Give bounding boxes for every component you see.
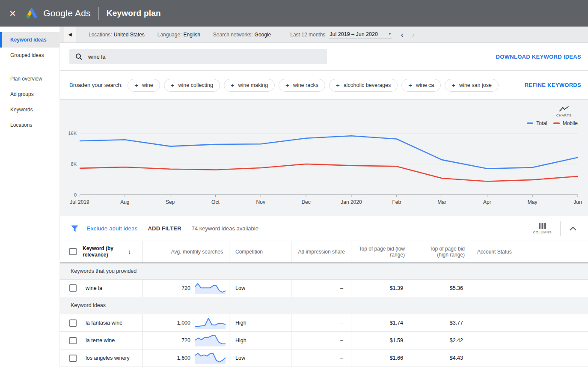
competition-value: High (229, 314, 291, 331)
charts-button-label: CHARTS (556, 113, 572, 117)
header-top-bid-low[interactable]: Top of page bid (low range) (351, 241, 411, 263)
legend-label: Total (536, 120, 547, 126)
legend-item-mobile[interactable]: Mobile (553, 120, 578, 126)
refine-keywords-link[interactable]: REFINE KEYWORDS (525, 82, 581, 88)
topbar-divider (98, 7, 99, 20)
date-range-select[interactable]: Jul 2019 – Jun 2020 ▼ (329, 30, 392, 39)
plus-icon: + (231, 81, 235, 89)
row-checkbox[interactable] (69, 319, 77, 327)
next-period-button[interactable]: › (412, 31, 415, 39)
sidebar-item-ad-groups[interactable]: Ad groups (0, 87, 59, 102)
header-account-status[interactable]: Account Status (471, 241, 588, 263)
chart-y-tick-label: 0 (74, 192, 77, 197)
chip-wine-making[interactable]: +wine making (224, 79, 275, 92)
sidebar-item-locations[interactable]: Locations (0, 117, 59, 133)
legend-dash-icon (527, 122, 533, 124)
header-keyword[interactable]: Keyword (by relevance) (83, 245, 122, 258)
legend-dash-icon (553, 122, 560, 124)
setting-search-networks[interactable]: Search networks: Google (213, 32, 271, 38)
chart-x-tick-label: Apr (483, 199, 491, 205)
chip-wine-collecting[interactable]: +wine collecting (164, 79, 220, 92)
account-status-value (471, 349, 588, 367)
sparkline-chart (195, 352, 226, 364)
row-checkbox[interactable] (69, 355, 77, 362)
chip-label: alcoholic beverages (344, 82, 391, 88)
plus-icon: + (285, 81, 289, 89)
plus-icon: + (171, 81, 175, 89)
sort-descending-icon[interactable]: ↓ (128, 248, 131, 255)
header-top-bid-high[interactable]: Top of page bid (high range) (411, 241, 471, 263)
download-keyword-ideas-link[interactable]: DOWNLOAD KEYWORD IDEAS (496, 54, 581, 60)
sidebar-item-keyword-ideas[interactable]: Keyword ideas (0, 32, 59, 48)
main-content: ◀ Locations: United States Language: Eng… (60, 27, 588, 367)
top-bid-low-value: $1.59 (351, 332, 411, 349)
top-bid-high-value: $3.77 (411, 314, 471, 331)
chart-zigzag-icon (559, 106, 569, 112)
chart-x-tick-label: Jun (573, 199, 582, 205)
sidebar-item-plan-overview[interactable]: Plan overview (0, 71, 59, 87)
keyword-searchbox[interactable] (69, 49, 327, 64)
avg-searches-value: 720 (181, 337, 190, 343)
chip-wine-san-jose[interactable]: +wine san jose (445, 79, 499, 92)
keyword-table-header: Keyword (by relevance) ↓ Avg. monthly se… (60, 241, 588, 263)
language-label: Language: (157, 32, 182, 38)
setting-locations[interactable]: Locations: United States (89, 32, 145, 38)
setting-language[interactable]: Language: English (157, 32, 200, 38)
close-icon[interactable]: × (9, 8, 16, 19)
keyword-text: los angeles winery (86, 355, 130, 361)
chip-wine-racks[interactable]: +wine racks (279, 79, 325, 92)
legend-item-total[interactable]: Total (527, 120, 547, 126)
collapse-table-chevron-icon[interactable] (569, 227, 577, 231)
chip-label: wine san jose (459, 82, 492, 88)
chart-x-tick-label: Dec (301, 199, 310, 205)
keyword-ideas-count: 74 keyword ideas available (192, 225, 258, 232)
sidebar-item-keywords[interactable]: Keywords (0, 102, 59, 117)
brand-name: Google Ads (43, 8, 91, 18)
chip-alcoholic-beverages[interactable]: +alcoholic beverages (329, 79, 398, 92)
competition-value: High (229, 332, 291, 349)
ad-impression-share-value: – (291, 314, 351, 331)
section-keywords-provided: Keywords that you provided (60, 263, 588, 280)
select-all-checkbox[interactable] (69, 248, 77, 255)
broaden-label: Broaden your search: (69, 82, 122, 88)
chip-wine-ca[interactable]: +wine ca (401, 79, 441, 92)
row-checkbox[interactable] (69, 284, 77, 292)
table-row[interactable]: la terre wine 720 High – $1.59 $2.42 (60, 332, 588, 349)
avg-searches-value: 1,000 (177, 320, 190, 326)
ad-impression-share-value: – (291, 332, 351, 349)
table-row[interactable]: la fantasia wine 1,000 High – $1.74 $3.7… (60, 314, 588, 332)
chart-x-tick-label: Aug (120, 199, 129, 205)
row-checkbox[interactable] (69, 337, 77, 344)
charts-button[interactable]: CHARTS (556, 106, 572, 117)
exclude-adult-ideas-link[interactable]: Exclude adult ideas (87, 225, 137, 232)
chip-wine[interactable]: +wine (128, 79, 160, 92)
collapse-sidebar-button[interactable]: ◀ (64, 27, 76, 42)
chip-label: wine (142, 82, 153, 88)
add-filter-button[interactable]: ADD FILTER (148, 225, 181, 232)
header-ad-impression-share[interactable]: Ad impression share (291, 241, 351, 263)
keyword-text: wine la (86, 285, 102, 291)
chart-x-tick-label: Oct (211, 199, 220, 205)
avg-searches-value: 720 (181, 285, 190, 291)
date-range-value: Jul 2019 – Jun 2020 (330, 31, 378, 37)
search-icon (75, 53, 82, 60)
previous-period-button[interactable]: ‹ (401, 31, 404, 39)
competition-value: Low (229, 280, 291, 297)
sparkline-chart (195, 334, 226, 347)
sidebar-item-grouped-ideas[interactable]: Grouped ideas (0, 48, 59, 63)
top-bid-high-value: $2.42 (411, 332, 471, 349)
legend-label: Mobile (563, 120, 578, 126)
columns-button[interactable]: COLUMNS (533, 223, 552, 234)
account-status-value (471, 332, 588, 349)
table-row[interactable]: wine la 720 Low – $1.39 $5.36 (60, 280, 588, 297)
date-range-preset-label: Last 12 months (290, 32, 325, 38)
table-row[interactable]: los angeles winery 1,600 Low – $1.66 $4.… (60, 349, 588, 367)
sparkline-chart (195, 316, 226, 329)
keyword-text: la fantasia wine (86, 320, 122, 326)
header-competition[interactable]: Competition (229, 241, 291, 263)
top-bid-low-value: $1.74 (351, 314, 411, 331)
ad-impression-share-value: – (291, 349, 351, 367)
search-input[interactable] (88, 54, 321, 60)
broaden-chips: +wine +wine collecting +wine making +win… (128, 79, 499, 92)
header-avg-monthly-searches[interactable]: Avg. monthly searches (143, 241, 229, 263)
